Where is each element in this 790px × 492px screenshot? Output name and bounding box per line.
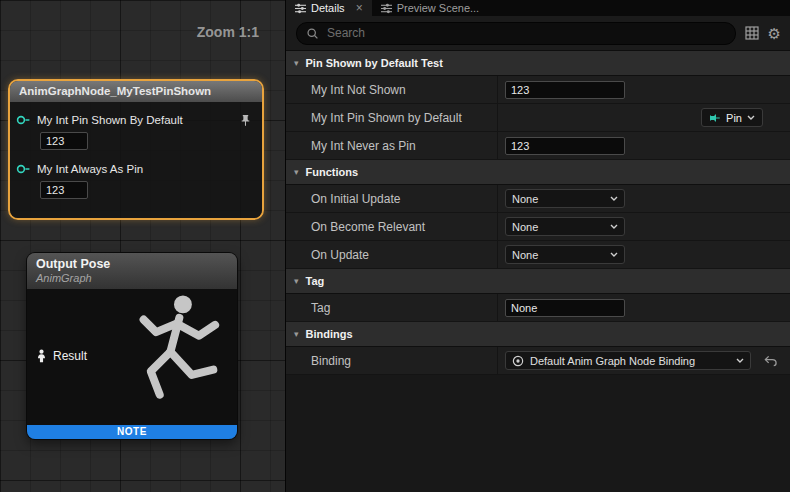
property-label: Binding <box>286 347 498 374</box>
property-label: Tag <box>286 294 498 321</box>
pin-label: My Int Pin Shown By Default <box>37 114 183 126</box>
my-int-not-shown-input[interactable] <box>505 81 625 99</box>
chevron-down-icon <box>610 224 618 229</box>
pin-value-input[interactable] <box>40 181 88 199</box>
section-header-functions[interactable]: ▾ Functions <box>286 160 790 185</box>
pin-label: My Int Always As Pin <box>37 163 143 175</box>
pin-tack-icon[interactable] <box>239 114 252 127</box>
details-panel: Details × Preview Scene... ⚙ <box>285 0 790 492</box>
mannequin-image <box>115 291 233 429</box>
node-title: AnimGraphNode_MyTestPinShown <box>10 81 262 102</box>
zoom-level-label: Zoom 1:1 <box>197 24 259 40</box>
pin-toggle-button[interactable]: Pin <box>701 108 763 127</box>
property-row-binding: Binding Default Anim Graph Node Binding <box>286 347 790 375</box>
section-header-pin-test[interactable]: ▾ Pin Shown by Default Test <box>286 51 790 76</box>
chevron-down-icon: ▾ <box>294 168 299 177</box>
property-row-on-initial-update: On Initial Update None <box>286 185 790 213</box>
output-pose-node[interactable]: Output Pose AnimGraph <box>27 253 237 439</box>
chevron-down-icon: ▾ <box>294 330 299 339</box>
search-input[interactable] <box>325 25 726 41</box>
result-pin-label: Result <box>53 349 87 363</box>
pin-button-label: Pin <box>726 112 742 124</box>
int-pin-icon[interactable] <box>16 164 31 174</box>
on-update-dropdown[interactable]: None <box>505 245 625 264</box>
my-int-never-as-pin-input[interactable] <box>505 137 625 155</box>
property-row-my-int-never-as-pin: My Int Never as Pin <box>286 132 790 160</box>
anim-graph-editor: Zoom 1:1 AnimGraphNode_MyTestPinShown My… <box>0 0 790 492</box>
details-toolbar: ⚙ <box>286 16 790 51</box>
property-row-on-become-relevant: On Become Relevant None <box>286 213 790 241</box>
panel-tab-bar: Details × Preview Scene... <box>286 0 790 16</box>
int-pin-icon[interactable] <box>16 115 31 125</box>
node-subtitle: AnimGraph <box>36 272 228 285</box>
property-label: My Int Not Shown <box>286 76 498 103</box>
binding-dropdown[interactable]: Default Anim Graph Node Binding <box>505 351 751 370</box>
property-label: On Initial Update <box>286 185 498 212</box>
property-matrix-icon[interactable] <box>745 26 759 40</box>
section-title: Pin Shown by Default Test <box>306 57 443 69</box>
property-row-my-int-pin-shown-by-default: My Int Pin Shown by Default Pin <box>286 104 790 132</box>
property-label: My Int Never as Pin <box>286 132 498 159</box>
section-header-bindings[interactable]: ▾ Bindings <box>286 322 790 347</box>
search-box[interactable] <box>296 22 736 45</box>
chevron-down-icon: ▾ <box>294 59 299 68</box>
node-header: Output Pose AnimGraph <box>27 253 237 289</box>
section-title: Bindings <box>306 328 353 340</box>
dropdown-value: Default Anim Graph Node Binding <box>530 355 730 367</box>
tab-details-label: Details <box>311 2 345 14</box>
graph-canvas[interactable]: Zoom 1:1 AnimGraphNode_MyTestPinShown My… <box>0 0 285 492</box>
dropdown-value: None <box>512 221 604 233</box>
chevron-down-icon <box>610 196 618 201</box>
property-row-tag: Tag <box>286 294 790 322</box>
dropdown-value: None <box>512 249 604 261</box>
chevron-down-icon <box>736 358 744 363</box>
chevron-down-icon: ▾ <box>294 277 299 286</box>
property-row-on-update: On Update None <box>286 241 790 269</box>
pose-pin-icon[interactable] <box>36 349 47 363</box>
property-label: On Become Relevant <box>286 213 498 240</box>
section-header-tag[interactable]: ▾ Tag <box>286 269 790 294</box>
details-empty-area <box>286 375 790 492</box>
section-title: Functions <box>306 166 359 178</box>
property-label: On Update <box>286 241 498 268</box>
node-body: Result <box>27 289 237 425</box>
close-tab-icon[interactable]: × <box>356 2 363 14</box>
binding-icon <box>512 355 524 367</box>
on-initial-update-dropdown[interactable]: None <box>505 189 625 208</box>
dropdown-value: None <box>512 193 604 205</box>
anim-graph-test-node[interactable]: AnimGraphNode_MyTestPinShown My Int Pin … <box>8 79 264 220</box>
node-body: My Int Pin Shown By Default My Int Alway… <box>10 102 262 218</box>
details-tab-icon <box>295 3 306 14</box>
chevron-down-icon <box>610 252 618 257</box>
reset-to-default-icon[interactable] <box>764 355 777 367</box>
tab-preview-scene-label: Preview Scene... <box>397 2 480 14</box>
pin-value-input[interactable] <box>40 132 88 150</box>
property-label: My Int Pin Shown by Default <box>286 104 498 131</box>
node-title: Output Pose <box>36 257 228 272</box>
search-icon <box>306 27 319 40</box>
tab-preview-scene[interactable]: Preview Scene... <box>372 0 489 16</box>
tag-input[interactable] <box>505 299 625 317</box>
on-become-relevant-dropdown[interactable]: None <box>505 217 625 236</box>
section-title: Tag <box>306 275 325 287</box>
property-row-my-int-not-shown: My Int Not Shown <box>286 76 790 104</box>
tab-details[interactable]: Details × <box>286 0 372 16</box>
chevron-down-icon <box>747 115 755 120</box>
settings-gear-icon[interactable]: ⚙ <box>768 26 781 41</box>
pin-icon <box>709 112 721 124</box>
preview-scene-tab-icon <box>381 3 392 14</box>
